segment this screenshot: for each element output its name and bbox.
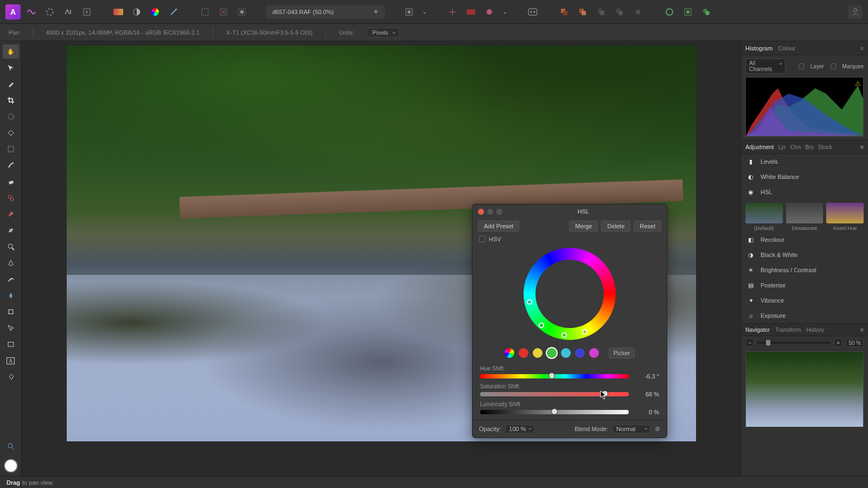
inpainting-brush-tool-icon[interactable] [3,207,19,221]
hsv-checkbox[interactable] [479,236,486,242]
settings-gear-icon[interactable]: ⚙ [655,426,660,433]
insert-target-icon[interactable] [662,5,677,18]
tab-histogram[interactable]: Histogram [745,45,773,52]
selection-deselect-icon[interactable] [216,5,231,18]
tab-adjustment[interactable]: Adjustment [745,144,774,150]
histogram-channel-select[interactable]: All Channels [745,59,786,74]
saturation-shift-slider[interactable] [480,392,629,396]
units-select[interactable]: Pixels [367,28,399,37]
add-preset-button[interactable]: Add Preset [478,221,519,232]
delete-button[interactable]: Delete [601,221,630,232]
mesh-warp-tool-icon[interactable] [3,305,19,319]
luminosity-shift-value[interactable]: 0 % [634,409,659,415]
hue-slider-handle[interactable] [548,373,555,379]
tab-colour[interactable]: Colour [778,45,795,52]
fill-tool-icon[interactable] [3,370,19,384]
dropdown-chevron-icon[interactable]: ⌄ [500,5,509,18]
adjustment-circle-icon[interactable] [129,5,144,18]
adjustment-recolour[interactable]: ◧Recolour [741,232,868,247]
node-tool-icon[interactable] [3,321,19,335]
minimize-icon[interactable] [487,209,493,215]
tab-channels[interactable]: Chn [790,144,801,150]
adjustment-black-white[interactable]: ◑Black & White [741,247,868,262]
swatch-yellow[interactable] [533,348,542,358]
rectangle-tool-icon[interactable] [3,337,19,351]
wand-icon[interactable] [166,5,181,18]
zoom-slider[interactable] [757,342,831,344]
tab-transform[interactable]: Transform [775,326,801,333]
arrange-extra-icon[interactable] [630,5,646,18]
arrange-forward-icon[interactable] [593,5,609,18]
tab-stock[interactable]: Stock [818,144,832,150]
color-sample-tool-icon[interactable] [3,439,19,453]
adjustment-exposure[interactable]: ☼Exposure [741,308,868,323]
persona-photo-icon[interactable] [24,5,39,18]
persona-liquify-icon[interactable] [42,5,58,18]
saturation-shift-value[interactable]: 68 % [634,391,659,397]
swatch-magenta[interactable] [589,348,599,358]
zoom-value[interactable]: 50 % [846,339,864,347]
hue-shift-slider[interactable] [480,374,629,378]
color-picker-tool-icon[interactable] [3,77,19,91]
swatch-red[interactable] [519,348,528,358]
preset-desaturate[interactable]: Desaturate [786,203,824,231]
color-wheel-icon[interactable] [148,5,163,18]
swatch-master[interactable] [505,348,514,358]
smudge-tool-icon[interactable] [3,272,19,286]
adjustment-levels[interactable]: ▮Levels [741,154,868,169]
dodge-tool-icon[interactable] [3,240,19,254]
foreground-color-swatch[interactable] [4,459,18,473]
persona-develop-icon[interactable] [61,5,76,18]
hue-shift-value[interactable]: -6.3 ° [634,373,659,380]
merge-button[interactable]: Merge [569,221,598,232]
opacity-value[interactable]: 100 % [505,425,534,433]
preset-default[interactable]: (Default) [745,203,783,231]
swatch-blue[interactable] [575,348,585,358]
picker-button[interactable]: Picker [609,348,635,358]
blend-mode-select[interactable]: Normal [612,425,650,433]
panel-menu-icon[interactable]: ≡ [860,144,864,150]
reset-button[interactable]: Reset [634,221,661,232]
persona-export-icon[interactable] [79,5,94,18]
adjustment-white-balance[interactable]: ◐White Balance [741,169,868,184]
hsl-color-wheel[interactable] [524,248,616,340]
move-tool-icon[interactable] [3,61,19,75]
pen-tool-icon[interactable] [3,256,19,270]
crop-tool-icon[interactable] [3,93,19,107]
favorite-star-icon[interactable]: ★ [373,8,379,15]
hsl-titlebar[interactable]: HSL [473,204,667,219]
adjustment-hsl[interactable]: ◉HSL [741,184,868,200]
arrange-backward-icon[interactable] [575,5,590,18]
swatch-green[interactable] [547,348,557,358]
text-tool-icon[interactable]: A [3,354,19,368]
account-icon[interactable] [848,5,863,19]
adjustment-brightness-contrast[interactable]: ☀Brightness / Contrast [741,262,868,278]
tab-layers[interactable]: Lyr [778,144,786,150]
panel-menu-icon[interactable]: ≡ [860,45,864,52]
erase-brush-tool-icon[interactable] [3,175,19,189]
histogram-marquee-checkbox[interactable] [831,63,836,69]
selection-new-icon[interactable] [197,5,213,18]
flood-select-tool-icon[interactable] [3,126,19,140]
swatch-cyan[interactable] [561,348,571,358]
view-hand-tool-icon[interactable]: ✋ [3,44,19,59]
blur-tool-icon[interactable] [3,288,19,303]
insert-inside-icon[interactable] [680,5,695,18]
assistant-icon[interactable] [525,5,540,18]
paint-brush-tool-icon[interactable] [3,158,19,172]
insert-behind-icon[interactable] [699,5,714,18]
adjustment-posterise[interactable]: ▤Posterise [741,278,868,293]
maximize-icon[interactable] [496,209,502,215]
clone-brush-tool-icon[interactable] [3,191,19,205]
document-tab[interactable]: d657-043.RAF (50.0%) ★ [266,5,385,18]
selection-invert-icon[interactable] [234,5,250,18]
zoom-out-button[interactable]: − [745,338,754,347]
arrange-front-icon[interactable] [612,5,627,18]
luminosity-shift-slider[interactable] [480,410,629,414]
navigator-thumbnail[interactable] [745,351,864,427]
tab-history[interactable]: History [806,326,824,333]
adjustment-vibrance[interactable]: ✦Vibrance [741,293,868,308]
snapping-toggle-icon[interactable] [463,5,478,18]
selection-brush-tool-icon[interactable] [3,110,19,124]
close-icon[interactable] [478,209,484,215]
